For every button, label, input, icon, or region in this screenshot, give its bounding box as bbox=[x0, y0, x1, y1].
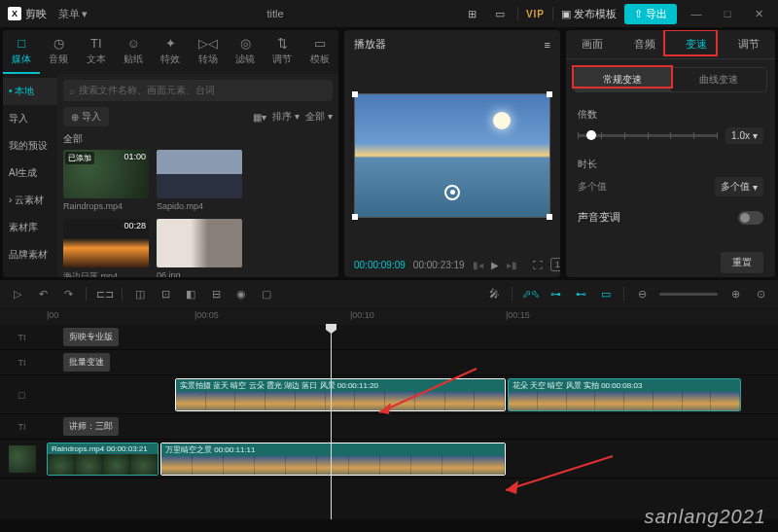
split-tool[interactable]: ⊏⊐ bbox=[96, 288, 112, 301]
zoom-in-icon[interactable]: ⊕ bbox=[727, 288, 743, 301]
video-clip[interactable]: 实景拍摄 蓝天 晴空 云朵 霞光 湖边 落日 风景 00:00:11:20 bbox=[175, 378, 506, 411]
player-viewport[interactable] bbox=[344, 58, 560, 252]
media-panel: □媒体◷音频TI文本☺贴纸✦特效▷◁转场◎滤镜⇅调节▭模板 • 本地导入我的预设… bbox=[3, 30, 338, 277]
main-video-track[interactable]: Raindrops.mp4 00:00:03:21 万里晴空之景 00:00:1… bbox=[0, 440, 778, 479]
tool-e[interactable]: ▢ bbox=[259, 288, 274, 301]
export-button[interactable]: ⇧ 导出 bbox=[624, 4, 677, 24]
text-track[interactable]: TI 剪映专业版 bbox=[0, 325, 778, 350]
text-clip[interactable]: 批量变速 bbox=[63, 353, 110, 372]
sidebar-item[interactable]: 导入 bbox=[3, 105, 57, 132]
sidebar-item[interactable]: • 本地 bbox=[3, 78, 57, 105]
sidebar-item[interactable]: 我的预设 bbox=[3, 132, 57, 160]
props-tab[interactable]: 音频 bbox=[619, 30, 671, 58]
sidebar-item[interactable]: 品牌素材 bbox=[3, 241, 57, 268]
media-tab-3[interactable]: ☺贴纸 bbox=[115, 30, 152, 74]
sidebar-item[interactable]: AI生成 bbox=[3, 160, 57, 187]
pitch-toggle[interactable] bbox=[738, 211, 763, 225]
media-thumb[interactable]: 06.jpg bbox=[157, 219, 242, 277]
media-thumb[interactable]: 已添加01:00Raindrops.mp4 bbox=[63, 150, 149, 211]
speed-value[interactable]: 1.0x ▾ bbox=[725, 127, 763, 144]
redo-button[interactable]: ↷ bbox=[60, 288, 76, 301]
publish-button[interactable]: ▣ 发布模板 bbox=[561, 7, 617, 21]
prev-frame-icon[interactable]: ▮◂ bbox=[473, 260, 483, 270]
props-tab[interactable]: 调节 bbox=[723, 30, 775, 58]
speed-slider[interactable] bbox=[578, 134, 718, 137]
sidebar-item[interactable]: 素材库 bbox=[3, 214, 57, 241]
record-tool[interactable]: ◉ bbox=[233, 288, 249, 301]
tool-d[interactable]: ⊟ bbox=[208, 288, 224, 301]
menu-dropdown[interactable]: 菜单▾ bbox=[58, 7, 88, 21]
media-tab-6[interactable]: ◎滤镜 bbox=[227, 30, 264, 74]
app-logo: X 剪映 bbox=[8, 7, 47, 21]
project-title[interactable]: title bbox=[88, 8, 463, 19]
media-tab-2[interactable]: TI文本 bbox=[78, 30, 115, 74]
tool-c[interactable]: ◧ bbox=[183, 288, 198, 301]
reset-button[interactable]: 重置 bbox=[721, 252, 763, 273]
tab-icon: ▭ bbox=[314, 36, 326, 51]
import-button[interactable]: ⊕ 导入 bbox=[63, 107, 109, 126]
handle-tl[interactable] bbox=[352, 91, 358, 97]
layout2-icon[interactable]: ▭ bbox=[490, 5, 510, 22]
rotate-handle[interactable] bbox=[444, 185, 460, 200]
search-input[interactable]: ⌕ 搜索文件名称、画面元素、台词 bbox=[63, 80, 333, 101]
video-clip[interactable]: 万里晴空之景 00:00:11:11 bbox=[160, 443, 506, 476]
handle-bl[interactable] bbox=[352, 214, 358, 220]
player-menu-icon[interactable]: ≡ bbox=[545, 39, 550, 51]
pointer-tool[interactable]: ▷ bbox=[10, 288, 25, 301]
duration-sub: 多个值 bbox=[578, 180, 707, 194]
pitch-label: 声音变调 bbox=[578, 210, 620, 225]
video-clip[interactable]: Raindrops.mp4 00:00:03:21 bbox=[47, 443, 159, 476]
zoom-slider[interactable] bbox=[659, 293, 718, 296]
link-icon[interactable]: ⊶ bbox=[548, 288, 563, 301]
maximize-button[interactable]: □ bbox=[716, 8, 739, 19]
media-tab-8[interactable]: ▭模板 bbox=[301, 30, 338, 74]
minimize-button[interactable]: — bbox=[685, 8, 708, 19]
preview-frame[interactable] bbox=[354, 93, 550, 218]
layout-icon[interactable]: ⊞ bbox=[463, 5, 482, 22]
view-grid-icon[interactable]: ▦▾ bbox=[253, 112, 266, 123]
handle-tr[interactable] bbox=[547, 91, 552, 97]
thumb-filename: Sapido.mp4 bbox=[157, 201, 242, 211]
duration-value[interactable]: 多个值 ▾ bbox=[715, 177, 763, 196]
undo-button[interactable]: ↶ bbox=[35, 288, 51, 301]
vip-badge[interactable]: VIP bbox=[526, 9, 545, 19]
sidebar-item[interactable]: › 云素材 bbox=[3, 187, 57, 214]
timeline-ruler[interactable]: |00 |00:05 |00:10 |00:15 bbox=[0, 307, 778, 325]
text-clip[interactable]: 讲师：三郎 bbox=[63, 417, 119, 436]
preview-icon[interactable]: ▭ bbox=[598, 288, 614, 301]
video-track[interactable]: ▢ 实景拍摄 蓝天 晴空 云朵 霞光 湖边 落日 风景 00:00:11:20 … bbox=[0, 375, 778, 414]
aspect-ratio[interactable]: 16:9 bbox=[550, 258, 560, 271]
tool-a[interactable]: ◫ bbox=[132, 288, 148, 301]
media-tab-0[interactable]: □媒体 bbox=[3, 30, 40, 74]
zoom-fit-icon[interactable]: ⊙ bbox=[753, 288, 768, 301]
media-thumb[interactable]: Sapido.mp4 bbox=[157, 150, 242, 211]
props-tab[interactable]: 变速 bbox=[671, 30, 724, 58]
props-tab[interactable]: 画面 bbox=[566, 30, 619, 58]
media-tab-7[interactable]: ⇅调节 bbox=[264, 30, 301, 74]
next-frame-icon[interactable]: ▸▮ bbox=[507, 260, 517, 270]
text-track[interactable]: TI 讲师：三郎 bbox=[0, 414, 778, 440]
mic-icon[interactable]: 🎤︎ bbox=[486, 288, 502, 300]
text-clip[interactable]: 剪映专业版 bbox=[63, 328, 119, 346]
sort-dropdown[interactable]: 排序 ▾ bbox=[272, 110, 300, 124]
snap-icon[interactable]: ⊷ bbox=[573, 288, 588, 301]
media-thumb[interactable]: 00:28海边日落.mp4 bbox=[63, 219, 149, 277]
tool-b[interactable]: ⊡ bbox=[158, 288, 173, 301]
zoom-out-icon[interactable]: ⊖ bbox=[634, 288, 650, 301]
handle-br[interactable] bbox=[547, 214, 552, 220]
sub-tab[interactable]: 常规变速 bbox=[575, 68, 671, 91]
filter-all[interactable]: 全部 ▾ bbox=[305, 110, 333, 124]
track-thumb bbox=[0, 445, 44, 473]
magnet-icon[interactable]: ⬀⬁ bbox=[522, 288, 538, 301]
media-tab-5[interactable]: ▷◁转场 bbox=[190, 30, 227, 74]
play-button[interactable]: ▶ bbox=[491, 260, 499, 270]
media-tab-4[interactable]: ✦特效 bbox=[152, 30, 189, 74]
media-tab-1[interactable]: ◷音频 bbox=[40, 30, 77, 74]
timeline-tracks[interactable]: TI 剪映专业版 TI 批量变速 ▢ 实景拍摄 蓝天 晴空 云朵 霞光 湖边 落… bbox=[0, 325, 778, 519]
video-clip[interactable]: 花朵 天空 晴空 风景 实拍 00:00:08:03 bbox=[508, 378, 741, 411]
text-track[interactable]: TI 批量变速 bbox=[0, 350, 778, 375]
close-button[interactable]: ✕ bbox=[747, 8, 770, 20]
fullscreen-icon[interactable]: ⛶ bbox=[533, 260, 543, 270]
sub-tab[interactable]: 曲线变速 bbox=[671, 68, 767, 91]
playhead[interactable] bbox=[331, 325, 332, 519]
